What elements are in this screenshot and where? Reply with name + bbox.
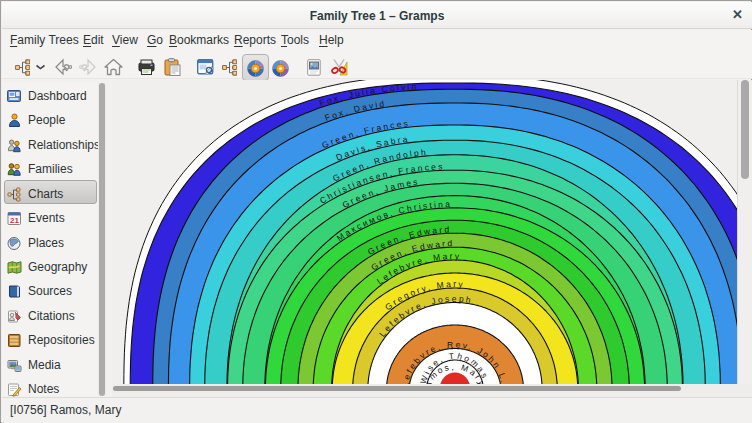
svg-text:21: 21 [10, 216, 19, 225]
